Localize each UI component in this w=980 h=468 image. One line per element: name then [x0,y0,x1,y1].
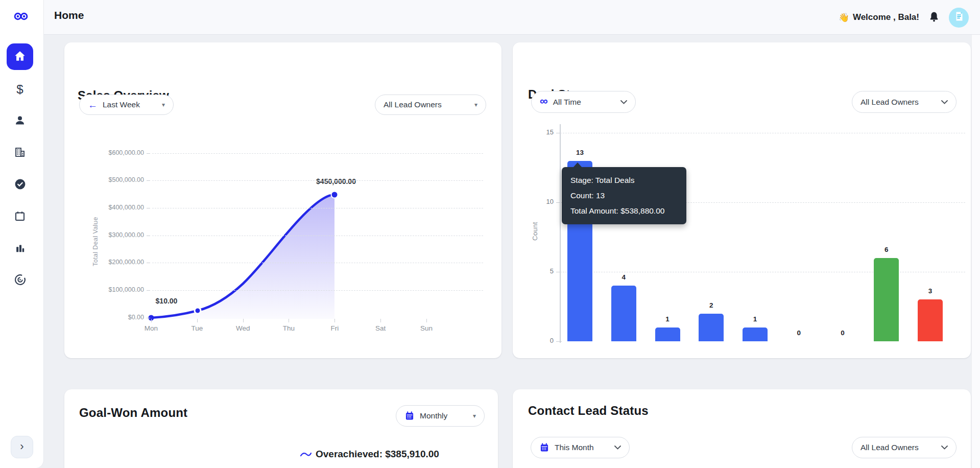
sales-owner-label: All Lead Owners [384,100,442,109]
sales-x-tick-label: Mon [133,324,169,332]
area-fill [151,195,334,319]
deals-y-tick-label: 10 [530,198,554,205]
sales-x-tick-label: Sat [363,324,398,332]
calendar-icon [14,210,26,224]
sales-x-tick-mark [197,319,198,322]
sales-gridline [152,180,483,181]
sales-y-tick-mark [147,263,150,263]
bar-chart-icon [14,243,26,255]
bar-value-label: 6 [869,246,904,253]
deal-stage-bar[interactable] [655,327,680,341]
contact-owner-dropdown[interactable]: All Lead Owners [852,437,957,458]
deals-gridline [560,272,965,272]
chevron-down-icon [614,446,621,450]
sidebar: $ [0,0,44,468]
goal-range-dropdown[interactable]: Monthly ▾ [396,405,485,427]
deal-stage-bar[interactable] [699,314,724,341]
sales-y-tick-mark [147,290,150,291]
contact-owner-label: All Lead Owners [861,443,919,452]
sidebar-expand-button[interactable]: › [11,436,33,458]
sales-gridline [152,290,483,291]
sales-gridline [152,153,483,154]
sales-owner-dropdown[interactable]: All Lead Owners ▾ [375,95,486,115]
sidebar-item-goals[interactable] [10,270,30,291]
deal-stage-bar[interactable] [743,327,768,341]
check-circle-icon [14,178,27,192]
sales-x-tick-mark [380,319,381,322]
bar-value-label: 13 [562,149,597,156]
sales-y-tick-mark [147,180,150,181]
sidebar-item-calendar[interactable] [10,206,30,227]
tooltip-count: Count: 13 [570,188,678,203]
sales-x-tick-mark [151,319,152,322]
sales-y-tick-label: $200,000.00 [73,259,144,266]
sales-x-tick-mark [243,319,244,322]
app-logo-icon[interactable] [13,11,29,21]
sales-y-tick-label: $100,000.00 [73,286,144,293]
sales-x-tick-mark [426,319,427,322]
sidebar-item-home[interactable] [7,43,33,70]
chevron-down-icon [941,446,948,450]
contact-lead-status-title: Contact Lead Status [528,404,649,418]
deals-y-axis-line [560,124,561,343]
sales-x-tick-label: Fri [317,324,352,332]
tooltip-amount: Total Amount: $538,880.00 [570,203,678,219]
page-title: Home [54,9,84,21]
chevron-right-icon: › [20,440,23,453]
building-icon [14,146,26,160]
deals-y-axis-label: Count [531,201,539,262]
dollar-icon: $ [16,82,23,97]
sales-range-dropdown[interactable]: ← Last Week ▾ [79,95,174,115]
notifications-button[interactable] [926,10,942,25]
deals-y-tick-label: 0 [530,337,554,344]
contact-range-dropdown[interactable]: This Month [531,437,630,458]
caret-down-icon: ▾ [474,101,477,108]
sales-y-tick-label: $0.00 [73,314,144,321]
sales-y-tick-label: $300,000.00 [73,231,144,239]
calendar-blue-icon [404,411,415,421]
caret-down-icon: ▾ [473,412,476,419]
wave-emoji: 👋 [839,12,849,23]
sales-y-tick-mark [147,153,150,154]
contact-lead-status-card: Contact Lead Status This Month All Lead … [513,389,971,468]
target-icon [14,273,27,288]
sales-x-tick-label: Thu [271,324,306,332]
arrow-left-icon[interactable]: ← [88,100,98,110]
sidebar-item-sales[interactable]: $ [10,79,30,100]
deal-stages-card: Deal Stages ∞ All Time All Lead Owners C… [513,42,971,358]
bar-value-label: 0 [781,329,817,337]
sidebar-item-tasks[interactable] [10,175,30,195]
sales-y-tick-mark [147,318,150,318]
sidebar-item-companies[interactable] [10,143,30,163]
welcome-text: 👋 Welcome , Bala! [839,12,919,23]
deals-chart: Count Stage: Total Deals Count: 13 Total… [513,42,971,358]
home-icon [13,50,27,64]
data-point-mon [149,315,154,321]
caret-down-icon: ▾ [162,101,165,108]
bell-icon [928,11,940,25]
scrollbar[interactable] [971,0,980,468]
calendar-blue-icon [539,442,549,453]
data-point-tue [195,308,201,314]
data-point-fri [331,192,338,198]
sales-x-tick-label: Tue [179,324,215,332]
sidebar-item-contacts[interactable] [10,111,30,131]
sales-x-tick-mark [289,319,289,322]
deal-stage-bar[interactable] [874,258,899,341]
sales-x-tick-label: Sun [409,324,444,332]
sales-overview-card: Sales Overview ← Last Week ▾ All Lead Ow… [64,42,501,358]
point-label-fri: $450,000.00 [300,177,372,185]
deal-stage-bar[interactable] [611,286,636,341]
tooltip-stage: Stage: Total Deals [570,173,678,188]
user-avatar[interactable] [949,8,969,28]
goal-range-label: Monthly [420,411,447,420]
sidebar-item-reports[interactable] [10,239,30,259]
sales-y-tick-label: $400,000.00 [73,204,144,211]
deal-stage-bar[interactable] [918,299,943,341]
goal-won-title: Goal-Won Amount [79,406,187,420]
goal-won-card: Goal-Won Amount Monthly ▾ Overachieved: … [64,389,498,468]
sales-gridline [152,263,483,263]
sales-y-axis-label: Total Deal Value [92,198,99,285]
overachieved-legend: Overachieved: $385,910.00 [300,449,439,460]
point-label-tue: $10.00 [131,297,202,305]
